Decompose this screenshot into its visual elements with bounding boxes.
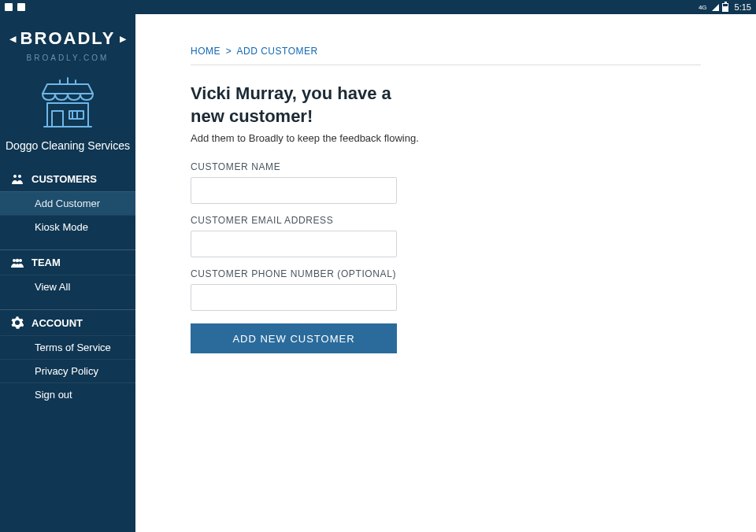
page-subtitle: Add them to Broadly to keep the feedback… [191,132,701,144]
logo-block: ◀ BROADLY ▶ BROADLY.COM [0,14,135,65]
page-title: Vicki Murray, you have a new customer! [191,83,427,127]
divider [191,65,701,65]
submit-label: ADD NEW CUSTOMER [232,333,354,345]
svg-point-12 [16,258,19,261]
svg-point-13 [19,259,22,262]
svg-point-10 [18,175,21,178]
android-status-bar: 4G 5:15 [0,0,756,14]
customer-phone-label: CUSTOMER PHONE NUMBER (OPTIONAL) [191,268,397,279]
team-icon [11,258,24,268]
customer-name-label: CUSTOMER NAME [191,161,397,172]
sidebar-item-label: View All [35,281,70,293]
sidebar-item-label: Terms of Service [35,342,111,353]
customer-phone-input[interactable] [191,284,397,311]
customer-name-input[interactable] [191,177,397,204]
customer-email-label: CUSTOMER EMAIL ADDRESS [191,215,397,226]
main-content: HOME > ADD CUSTOMER Vicki Murray, you ha… [135,14,756,532]
sidebar-item-terms[interactable]: Terms of Service [0,335,135,359]
svg-point-11 [13,259,16,262]
sidebar-item-label: Sign out [35,389,72,401]
svg-rect-4 [52,111,63,127]
sidebar-item-label: Privacy Policy [35,365,98,377]
clock: 5:15 [735,2,751,12]
sidebar-item-privacy[interactable]: Privacy Policy [0,359,135,382]
add-new-customer-button[interactable]: ADD NEW CUSTOMER [191,323,397,353]
app-logo-subtitle: BROADLY.COM [0,54,135,62]
sidebar-section-customers: CUSTOMERS [0,166,135,191]
sidebar-section-label: ACCOUNT [32,317,83,329]
gear-icon [11,316,24,329]
battery-icon [722,3,728,12]
notification-icon [5,3,13,11]
people-icon [11,174,24,185]
storefront-icon [36,76,99,131]
app-logo-text: BROADLY [20,28,116,49]
breadcrumb: HOME > ADD CUSTOMER [191,46,701,57]
notification-icon [17,3,25,11]
add-customer-form: CUSTOMER NAME CUSTOMER EMAIL ADDRESS CUS… [191,161,397,353]
sidebar-section-account: ACCOUNT [0,309,135,335]
cell-signal-icon [712,4,719,11]
sidebar-item-label: Kiosk Mode [35,221,88,233]
sidebar-section-label: TEAM [32,257,61,268]
sidebar-item-label: Add Customer [35,198,100,209]
sidebar-section-team: TEAM [0,249,135,275]
sidebar-item-signout[interactable]: Sign out [0,382,135,406]
breadcrumb-home[interactable]: HOME [191,46,220,57]
breadcrumb-current[interactable]: ADD CUSTOMER [237,46,318,57]
sidebar: ◀ BROADLY ▶ BROADLY.COM [0,14,135,532]
caret-left-icon: ◀ [9,34,16,44]
svg-rect-3 [47,103,88,127]
business-name: Doggo Cleaning Services [0,139,135,166]
network-label: 4G [699,4,707,11]
customer-email-input[interactable] [191,231,397,257]
sidebar-item-kiosk-mode[interactable]: Kiosk Mode [0,215,135,238]
sidebar-item-view-all[interactable]: View All [0,275,135,298]
caret-right-icon: ▶ [120,34,126,44]
breadcrumb-separator: > [226,46,232,57]
svg-point-9 [13,175,17,178]
sidebar-section-label: CUSTOMERS [32,173,97,185]
sidebar-item-add-customer[interactable]: Add Customer [0,191,135,215]
